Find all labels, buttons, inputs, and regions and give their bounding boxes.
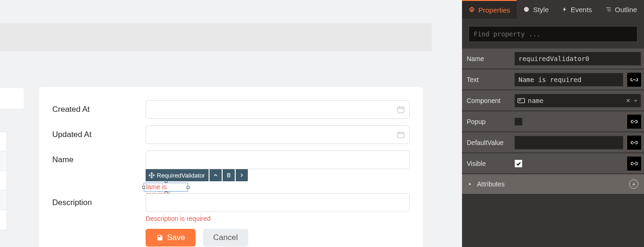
prop-input-defaultvalue[interactable] [514,136,623,150]
bolt-icon [562,6,567,13]
tab-properties-label: Properties [478,6,510,14]
input-description[interactable] [146,193,410,212]
bind-button-defaultvalue[interactable] [627,136,641,150]
calendar-icon[interactable] [397,105,405,114]
validator-toolbar: RequiredValidator [146,169,248,181]
prop-checkbox-visible[interactable] [514,159,523,168]
bind-button-popup[interactable] [627,115,641,129]
gear-icon [469,7,475,13]
svg-rect-0 [398,107,404,113]
prop-label-defaultvalue: DefaultValue [467,139,511,146]
prop-row-popup: Popup [462,110,644,131]
svg-point-3 [524,7,529,12]
form-card: Created At Updated At Name Requ [39,87,423,247]
bind-button-visible[interactable] [627,157,641,171]
save-icon [156,234,163,241]
design-canvas: Created At Updated At Name Requ [0,0,462,247]
input-name[interactable] [146,151,410,169]
prop-checkbox-popup[interactable] [514,117,523,126]
tab-properties[interactable]: Properties [462,0,517,19]
prop-select-component[interactable]: name ✕ [514,94,641,108]
outline-icon [605,6,612,13]
prop-label-text: Text [467,76,511,83]
property-search-input[interactable] [469,26,637,42]
svg-point-2 [471,9,473,11]
trash-icon [226,172,231,178]
prop-row-name: Name [462,48,644,69]
chevron-up-icon [213,172,218,178]
prop-row-attributes[interactable]: Attributes + [462,173,644,194]
tab-outline-label: Outline [615,6,637,14]
tab-style[interactable]: Style [517,0,555,19]
input-updated-at[interactable] [146,125,410,144]
properties-body: Name Text Component name ✕ Popup [462,19,644,247]
sidebar-list-peek [0,131,7,230]
triangle-right-icon [468,182,472,186]
prop-row-visible: Visible [462,152,644,173]
cancel-button[interactable]: Cancel [203,229,248,247]
prop-row-text: Text [462,69,644,89]
prop-row-defaultvalue: DefaultValue [462,131,644,152]
validator-up-button[interactable] [210,169,222,181]
chevron-down-icon[interactable] [633,98,638,103]
link-icon [630,161,638,166]
check-icon [516,161,521,166]
selection-box[interactable]: lame is required [144,183,188,192]
chevron-right-icon [239,172,245,178]
prop-label-attributes: Attributes [477,180,504,188]
move-icon [148,172,155,178]
inspector-panel: Properties Style Events Outline Name Tex… [462,0,644,247]
header-strip [0,23,432,51]
label-created-at: Created At [52,100,146,114]
save-label: Save [167,233,185,242]
tab-events[interactable]: Events [555,0,599,19]
prop-input-text[interactable] [514,73,623,87]
label-description: Description [52,193,146,207]
tab-events-label: Events [571,6,592,14]
svg-rect-4 [518,98,525,103]
validator-badge-label: RequiredValidator [157,172,205,179]
prop-input-name[interactable] [514,52,641,66]
link-icon [630,140,638,145]
prop-label-component: Component [467,97,511,104]
description-error-text: Description is required [146,215,410,222]
link-icon [630,119,638,124]
save-button[interactable]: Save [146,229,196,247]
inspector-tabs: Properties Style Events Outline [462,0,644,19]
tab-outline[interactable]: Outline [599,0,644,19]
bind-button-text[interactable] [627,73,641,87]
link-icon [630,77,638,82]
palette-icon [523,6,530,13]
clear-component-icon[interactable]: ✕ [626,97,630,104]
input-created-at[interactable] [146,100,410,119]
prop-label-visible: Visible [467,160,511,167]
textbox-icon [518,98,525,103]
validator-next-button[interactable] [236,169,248,181]
label-name: Name [52,151,146,165]
validator-drag-handle[interactable]: RequiredValidator [146,169,209,181]
label-updated-at: Updated At [52,125,146,139]
prop-label-popup: Popup [467,118,511,125]
prop-component-value: name [528,97,623,104]
prop-label-name: Name [467,55,511,62]
validator-delete-button[interactable] [223,169,235,181]
tab-style-label: Style [533,6,548,14]
sidebar-card-peek [0,88,24,109]
add-attribute-button[interactable]: + [629,179,638,189]
cancel-label: Cancel [213,233,238,242]
calendar-icon[interactable] [397,130,405,139]
prop-row-component: Component name ✕ [462,89,644,110]
svg-rect-1 [398,132,404,138]
